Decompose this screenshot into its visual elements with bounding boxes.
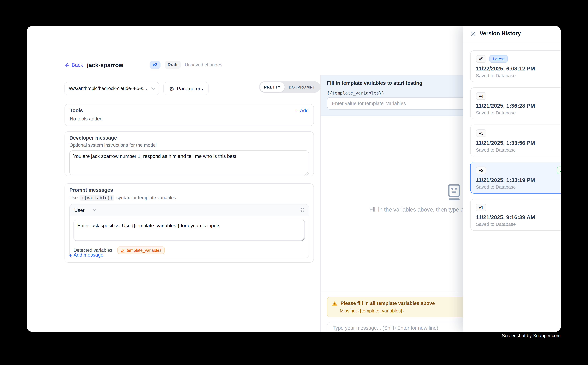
version-history-divider	[463, 42, 561, 42]
message-header: User	[70, 204, 309, 216]
version-card-v1[interactable]: v1 11/21/2025, 9:16:39 AM Saved to Datab…	[470, 199, 560, 231]
bot-face-icon	[447, 184, 461, 201]
version-timestamp: 11/21/2025, 1:36:28 PM	[476, 103, 560, 109]
developer-message-card: Developer message Optional system instru…	[65, 131, 314, 176]
add-tool-label: Add	[300, 108, 309, 113]
version-tag: v4	[476, 92, 486, 100]
version-tag: v2	[476, 167, 486, 174]
plus-icon: +	[69, 252, 72, 258]
warning-title: Please fill in all template variables ab…	[340, 300, 435, 306]
format-toggle: PRETTY DOTPROMPT	[259, 81, 320, 93]
detected-variable-name: template_variables	[127, 248, 161, 253]
subtitle-prefix: Use	[69, 195, 78, 200]
version-history-title: Version History	[480, 30, 521, 36]
watermark: Screenshot by Xnapper.com	[502, 333, 560, 338]
chevron-down-icon	[93, 209, 97, 211]
version-status: Saved to Database	[476, 185, 560, 190]
role-selector[interactable]: User	[74, 207, 97, 213]
back-button[interactable]: Back	[64, 62, 83, 68]
header-badges: v2 Draft Unsaved changes	[150, 61, 222, 69]
close-icon[interactable]	[471, 31, 476, 36]
version-badge: v2	[150, 61, 160, 69]
user-message-textarea[interactable]: Enter task specifics. Use {{template_var…	[74, 220, 305, 241]
latest-badge: Latest	[489, 55, 508, 63]
version-status: Saved to Database	[476, 147, 560, 153]
toggle-option-dotprompt[interactable]: DOTPROMPT	[284, 82, 319, 92]
version-card-v3[interactable]: v3 11/21/2025, 1:33:56 PM Saved to Datab…	[470, 125, 560, 156]
version-tag: v3	[476, 129, 486, 137]
version-status: Saved to Database	[476, 222, 560, 227]
version-tag: v5	[476, 55, 486, 63]
version-timestamp: 11/22/2025, 6:08:12 PM	[476, 66, 560, 72]
gear-icon: ⚙	[169, 86, 174, 91]
model-selector[interactable]: aws/anthropic/bedrock-claude-3-5-s...	[65, 82, 159, 95]
prompt-messages-card: Prompt messages Use {{variable}} syntax …	[65, 183, 314, 263]
plus-icon: +	[295, 108, 298, 113]
developer-message-title: Developer message	[69, 135, 309, 141]
add-message-label: Add message	[74, 252, 104, 258]
unsaved-changes-note: Unsaved changes	[185, 62, 222, 67]
variable-syntax-chip: {{variable}}	[80, 195, 115, 201]
developer-message-subtitle: Optional system instructions for the mod…	[69, 142, 309, 148]
tools-empty-text: No tools added	[65, 113, 313, 121]
add-tool-button[interactable]: + Add	[295, 108, 309, 113]
version-status: Saved to Database	[476, 73, 560, 78]
warning-triangle-icon	[332, 301, 338, 306]
developer-message-textarea[interactable]: You are jack sparrow number 1, respond a…	[69, 150, 309, 175]
detected-variable-chip[interactable]: template_variables	[117, 246, 165, 254]
draft-badge: Draft	[165, 61, 180, 69]
version-tag: v1	[476, 204, 486, 211]
add-message-button[interactable]: + Add message	[69, 252, 103, 258]
tools-title: Tools	[70, 108, 83, 113]
role-value: User	[74, 207, 85, 213]
toggle-option-pretty[interactable]: PRETTY	[260, 82, 285, 92]
pencil-icon	[121, 248, 125, 252]
chevron-down-icon	[151, 87, 155, 90]
version-card-v5[interactable]: v5 Latest 11/22/2025, 6:08:12 PM Saved t…	[470, 50, 560, 82]
parameters-button[interactable]: ⚙ Parameters	[163, 82, 208, 95]
template-variable-label: {{template_variables}}	[327, 90, 384, 96]
version-status: Saved to Database	[476, 110, 560, 116]
version-timestamp: 11/21/2025, 9:16:39 AM	[476, 214, 560, 220]
drag-grip-icon[interactable]	[300, 208, 304, 213]
message-body: Enter task specifics. Use {{template_var…	[70, 216, 309, 258]
page-title: jack-sparrow	[87, 62, 123, 69]
version-timestamp: 11/21/2025, 1:33:19 PM	[476, 177, 560, 183]
version-card-v2-active[interactable]: v2 Active 11/21/2025, 1:33:19 PM Saved t…	[470, 162, 560, 193]
model-selector-value: aws/anthropic/bedrock-claude-3-5-s...	[69, 86, 147, 91]
app-window: Back jack-sparrow v2 Draft Unsaved chang…	[27, 26, 560, 332]
active-badge: Active	[557, 167, 560, 174]
message-block: User Enter task specifics. Use {{templat…	[69, 204, 309, 258]
version-card-v4[interactable]: v4 11/21/2025, 1:36:28 PM Saved to Datab…	[470, 87, 560, 119]
prompt-messages-title: Prompt messages	[69, 187, 309, 193]
arrow-left-icon	[64, 63, 69, 68]
subtitle-suffix: syntax for template variables	[116, 195, 176, 200]
back-label: Back	[72, 62, 83, 68]
version-timestamp: 11/21/2025, 1:33:56 PM	[476, 140, 560, 146]
tools-card: Tools + Add No tools added	[65, 104, 314, 126]
parameters-label: Parameters	[177, 86, 203, 91]
template-variables-title: Fill in template variables to start test…	[327, 80, 422, 86]
version-history-panel: Version History v5 Latest 11/22/2025, 6:…	[463, 26, 561, 332]
